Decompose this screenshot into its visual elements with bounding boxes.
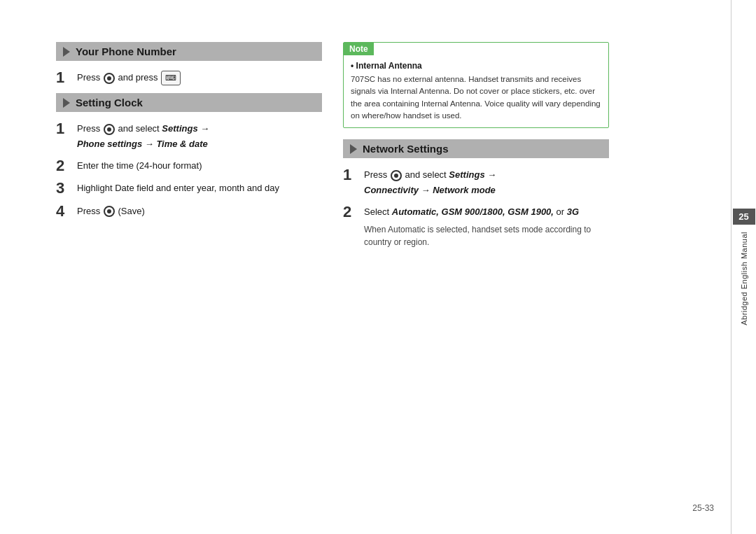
- note-text: 707SC has no external antenna. Handset t…: [351, 73, 601, 122]
- clock-step-content-2: Enter the time (24-hour format): [77, 157, 322, 173]
- clock-step-4-text: Press (Save): [77, 204, 322, 218]
- clock-step-2: 2 Enter the time (24-hour format): [56, 157, 322, 174]
- clock-step-content-3: Highlight Date field and enter year, mon…: [77, 180, 322, 195]
- section-your-phone-number: Your Phone Number: [56, 42, 322, 61]
- clock-step-1-text: Press and select Settings → Phone settin…: [77, 122, 322, 150]
- circle-btn-clock-1: [104, 124, 115, 135]
- note-bullet-title: Internal Antenna: [351, 61, 601, 71]
- sidebar-right: 25 Abridged English Manual: [731, 0, 756, 534]
- network-step-1-sub: Connectivity → Network mode: [364, 183, 609, 197]
- step-content-1: Press and press ⌨: [77, 69, 322, 85]
- clock-step-1: 1 Press and select Settings → Phone sett…: [56, 120, 322, 150]
- circle-btn-save: [104, 206, 115, 217]
- circle-btn-network-1: [391, 170, 402, 181]
- clock-steps: 1 Press and select Settings → Phone sett…: [56, 120, 322, 220]
- circle-button-icon: [104, 73, 115, 84]
- network-step-1-text: Press and select Settings → Connectivity…: [364, 168, 609, 197]
- phone-number-steps: 1 Press and press ⌨: [56, 69, 322, 86]
- sidebar-page-number: 25: [733, 209, 755, 225]
- left-column: Your Phone Number 1 Press and press ⌨ Se…: [56, 42, 322, 506]
- main-content: Your Phone Number 1 Press and press ⌨ Se…: [0, 0, 731, 534]
- clock-step-2-text: Enter the time (24-hour format): [77, 159, 322, 173]
- section-title-network: Network Settings: [363, 143, 449, 155]
- section-arrow-clock-icon: [63, 98, 70, 108]
- page-number-bottom: 25-33: [692, 503, 714, 513]
- section-title-clock: Setting Clock: [76, 97, 143, 108]
- step-item: 1 Press and press ⌨: [56, 69, 322, 86]
- section-arrow-icon: [63, 47, 70, 57]
- key-icon: ⌨: [161, 71, 181, 85]
- note-header: Note: [344, 43, 608, 55]
- network-step-2: 2 Select Automatic, GSM 900/1800, GSM 19…: [343, 204, 609, 248]
- clock-step-content-1: Press and select Settings → Phone settin…: [77, 120, 322, 150]
- section-setting-clock: Setting Clock: [56, 93, 322, 112]
- note-content: Internal Antenna 707SC has no external a…: [344, 55, 608, 127]
- network-steps: 1 Press and select Settings → Connectivi…: [343, 167, 609, 248]
- section-title-phone-number: Your Phone Number: [76, 45, 176, 57]
- step-1-text: Press and press ⌨: [77, 71, 322, 85]
- clock-step-content-4: Press (Save): [77, 203, 322, 218]
- step-number-1: 1: [56, 69, 73, 86]
- network-step-1: 1 Press and select Settings → Connectivi…: [343, 167, 609, 197]
- clock-step-3: 3 Highlight Date field and enter year, m…: [56, 180, 322, 197]
- clock-step-num-3: 3: [56, 180, 73, 197]
- note-header-label: Note: [344, 43, 374, 55]
- section-arrow-network-icon: [350, 144, 357, 154]
- clock-step-num-1: 1: [56, 120, 73, 137]
- clock-step-num-2: 2: [56, 157, 73, 174]
- section-network-settings: Network Settings: [343, 139, 609, 158]
- network-step-num-1: 1: [343, 167, 360, 183]
- clock-step-1-sub: Phone settings → Time & date: [77, 137, 322, 151]
- right-column: Note Internal Antenna 707SC has no exter…: [343, 42, 609, 506]
- network-step-content-2: Select Automatic, GSM 900/1800, GSM 1900…: [364, 204, 609, 248]
- clock-step-num-4: 4: [56, 203, 73, 220]
- page-container: Your Phone Number 1 Press and press ⌨ Se…: [0, 0, 756, 534]
- sidebar-label: Abridged English Manual: [740, 232, 748, 325]
- clock-step-3-text: Highlight Date field and enter year, mon…: [77, 181, 322, 195]
- note-box: Note Internal Antenna 707SC has no exter…: [343, 42, 609, 128]
- network-step-2-note: When Automatic is selected, handset sets…: [364, 223, 609, 248]
- network-step-content-1: Press and select Settings → Connectivity…: [364, 167, 609, 197]
- network-step-2-text: Select Automatic, GSM 900/1800, GSM 1900…: [364, 205, 609, 219]
- clock-step-4: 4 Press (Save): [56, 203, 322, 220]
- network-step-num-2: 2: [343, 204, 360, 220]
